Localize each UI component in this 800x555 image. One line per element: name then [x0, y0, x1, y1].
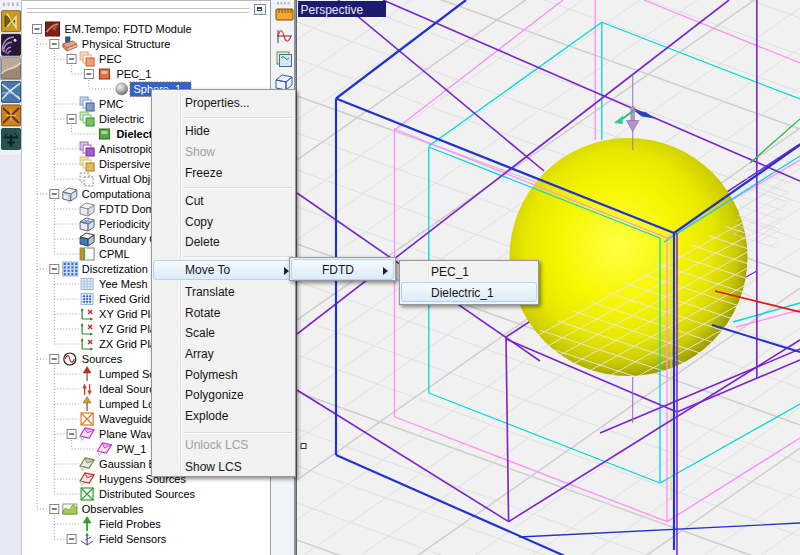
- svg-text:Dispersive: Dispersive: [99, 158, 150, 170]
- svg-text:Anisotropic: Anisotropic: [99, 143, 154, 155]
- svg-text:Periodicity: Periodicity: [99, 218, 150, 230]
- svg-text:Distributed Sources: Distributed Sources: [99, 488, 195, 500]
- svg-text:Field Probes: Field Probes: [99, 518, 161, 530]
- svg-text:PEC_1: PEC_1: [116, 68, 151, 80]
- svg-text:CPML: CPML: [99, 248, 130, 260]
- svg-text:Field Sensors: Field Sensors: [99, 533, 167, 545]
- svg-text:Yee Mesh: Yee Mesh: [99, 278, 148, 290]
- svg-text:PEC: PEC: [99, 53, 122, 65]
- svg-text:PW_1: PW_1: [116, 443, 146, 455]
- svg-text:Physical Structure: Physical Structure: [82, 38, 171, 50]
- svg-text:Sources: Sources: [82, 353, 123, 365]
- svg-text:Observables: Observables: [82, 503, 144, 515]
- svg-text:Perspective: Perspective: [301, 3, 364, 17]
- svg-text:EM.Tempo: FDTD Module: EM.Tempo: FDTD Module: [65, 23, 192, 35]
- svg-text:PMC: PMC: [99, 98, 124, 110]
- svg-text:Dielectric: Dielectric: [99, 113, 145, 125]
- svg-text:Discretization: Discretization: [82, 263, 148, 275]
